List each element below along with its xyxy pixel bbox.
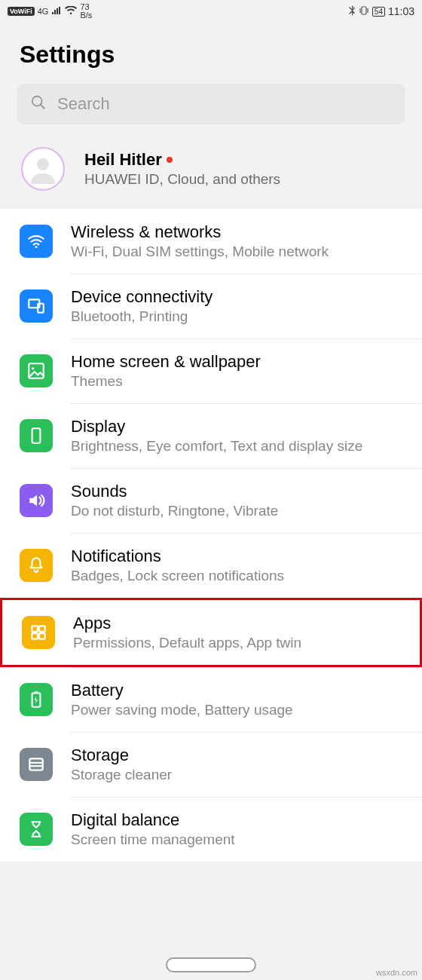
- item-title: Display: [71, 417, 362, 436]
- item-subtitle: Badges, Lock screen notifications: [71, 568, 284, 584]
- bluetooth-icon: [348, 5, 356, 18]
- hourglass-icon: [20, 813, 53, 846]
- svg-point-3: [35, 246, 37, 248]
- watermark: wsxdn.com: [376, 968, 417, 977]
- item-text: NotificationsBadges, Lock screen notific…: [71, 547, 284, 584]
- item-text: Wireless & networksWi-Fi, Dual SIM setti…: [71, 222, 329, 260]
- svg-rect-0: [362, 7, 366, 14]
- settings-item-hourglass[interactable]: Digital balanceScreen time management: [0, 797, 422, 862]
- sound-icon: [20, 484, 53, 517]
- svg-rect-9: [32, 626, 38, 632]
- item-title: Notifications: [71, 547, 284, 566]
- item-title: Wireless & networks: [71, 222, 329, 242]
- item-title: Home screen & wallpaper: [71, 352, 261, 372]
- svg-rect-8: [32, 428, 41, 443]
- svg-rect-12: [39, 633, 45, 639]
- settings-list: Wireless & networksWi-Fi, Dual SIM setti…: [0, 209, 422, 862]
- avatar: [21, 147, 65, 191]
- phone-icon: [20, 419, 53, 452]
- item-text: Device connectivityBluetooth, Printing: [71, 287, 213, 325]
- storage-icon: [20, 748, 53, 781]
- svg-rect-11: [32, 633, 38, 639]
- item-subtitle: Storage cleaner: [71, 767, 172, 783]
- account-row[interactable]: Heil Hitler HUAWEI ID, Cloud, and others: [0, 133, 422, 209]
- item-title: Device connectivity: [71, 287, 213, 307]
- account-name: Heil Hitler: [84, 150, 280, 170]
- search-input[interactable]: [57, 94, 392, 114]
- settings-item-devices[interactable]: Device connectivityBluetooth, Printing: [0, 274, 422, 338]
- svg-point-2: [37, 158, 49, 170]
- nav-pill[interactable]: [166, 957, 256, 972]
- item-title: Digital balance: [71, 810, 235, 830]
- svg-point-7: [32, 367, 34, 369]
- item-title: Storage: [71, 746, 172, 765]
- vibrate-icon: [359, 5, 369, 18]
- bell-icon: [20, 549, 53, 582]
- item-subtitle: Bluetooth, Printing: [71, 308, 213, 325]
- item-subtitle: Do not disturb, Ringtone, Vibrate: [71, 503, 278, 519]
- settings-item-image[interactable]: Home screen & wallpaperThemes: [0, 338, 422, 403]
- apps-icon: [22, 616, 55, 649]
- status-bar: VoWiFi 4G 73 B/s 54 11:03: [0, 0, 422, 23]
- data-speed: 73 B/s: [80, 3, 92, 20]
- network-type: 4G: [38, 8, 49, 16]
- item-text: DisplayBrightness, Eye comfort, Text and…: [71, 417, 362, 455]
- wifi-icon: [20, 225, 53, 258]
- devices-icon: [20, 289, 53, 323]
- item-subtitle: Themes: [71, 373, 261, 390]
- account-text: Heil Hitler HUAWEI ID, Cloud, and others: [84, 150, 280, 188]
- item-subtitle: Wi-Fi, Dual SIM settings, Mobile network: [71, 243, 329, 260]
- account-subtitle: HUAWEI ID, Cloud, and others: [84, 171, 280, 188]
- item-text: StorageStorage cleaner: [71, 746, 172, 783]
- search-field[interactable]: [17, 84, 405, 124]
- svg-point-1: [32, 96, 42, 106]
- svg-rect-14: [35, 691, 38, 693]
- page-title: Settings: [20, 41, 402, 69]
- battery-icon: [20, 683, 53, 716]
- item-title: Battery: [71, 681, 293, 700]
- item-text: BatteryPower saving mode, Battery usage: [71, 681, 293, 718]
- settings-item-phone[interactable]: DisplayBrightness, Eye comfort, Text and…: [0, 403, 422, 468]
- settings-item-storage[interactable]: StorageStorage cleaner: [0, 732, 422, 797]
- settings-item-apps[interactable]: AppsPermissions, Default apps, App twin: [0, 598, 422, 667]
- svg-rect-15: [29, 758, 42, 770]
- settings-item-wifi[interactable]: Wireless & networksWi-Fi, Dual SIM setti…: [0, 209, 422, 274]
- battery-indicator: 54: [372, 7, 385, 17]
- clock: 11:03: [388, 5, 414, 17]
- item-text: SoundsDo not disturb, Ringtone, Vibrate: [71, 482, 278, 519]
- signal-icon: [51, 5, 62, 17]
- item-title: Apps: [73, 614, 301, 633]
- item-subtitle: Power saving mode, Battery usage: [71, 702, 293, 718]
- status-left: VoWiFi 4G 73 B/s: [8, 3, 92, 20]
- settings-item-battery[interactable]: BatteryPower saving mode, Battery usage: [0, 667, 422, 732]
- vowifi-badge: VoWiFi: [8, 7, 35, 16]
- settings-item-bell[interactable]: NotificationsBadges, Lock screen notific…: [0, 533, 422, 598]
- wifi-icon: [65, 5, 77, 17]
- notification-dot-icon: [167, 157, 173, 163]
- item-text: AppsPermissions, Default apps, App twin: [73, 614, 301, 651]
- status-right: 54 11:03: [348, 5, 414, 18]
- item-subtitle: Brightness, Eye comfort, Text and displa…: [71, 438, 362, 455]
- settings-item-sound[interactable]: SoundsDo not disturb, Ringtone, Vibrate: [0, 468, 422, 533]
- item-title: Sounds: [71, 482, 278, 501]
- svg-rect-10: [39, 626, 45, 632]
- item-subtitle: Permissions, Default apps, App twin: [73, 635, 301, 651]
- item-text: Home screen & wallpaperThemes: [71, 352, 261, 390]
- image-icon: [20, 354, 53, 387]
- page-header: Settings: [0, 23, 422, 84]
- item-text: Digital balanceScreen time management: [71, 810, 235, 848]
- search-icon: [30, 94, 47, 114]
- item-subtitle: Screen time management: [71, 831, 235, 848]
